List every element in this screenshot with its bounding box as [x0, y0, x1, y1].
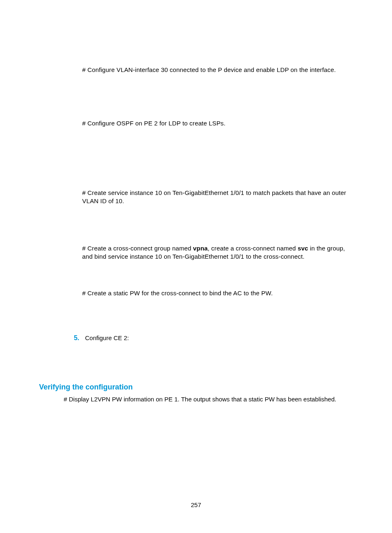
bold-svc: svc [297, 245, 308, 252]
step-body: Configure CE 2: [85, 334, 129, 341]
para-create-service-instance: # Create service instance 10 on Ten-Giga… [82, 189, 353, 206]
spacer [39, 74, 353, 119]
step-5-row: 5. Configure CE 2: [39, 334, 353, 342]
spacer [39, 205, 353, 244]
para-configure-ospf: # Configure OSPF on PE 2 for LDP to crea… [82, 119, 353, 127]
bold-vpna: vpna [193, 245, 208, 252]
heading-verifying: Verifying the configuration [39, 383, 353, 392]
para-display-l2vpn: # Display L2VPN PW information on PE 1. … [64, 396, 353, 403]
text-run: , create a cross-connect named [208, 245, 297, 252]
text-run: # Create a cross-connect group named [82, 245, 193, 252]
page-content: # Configure VLAN-interface 30 connected … [0, 0, 392, 403]
para-create-static-pw: # Create a static PW for the cross-conne… [82, 289, 353, 297]
spacer [39, 261, 353, 289]
para-configure-vlan: # Configure VLAN-interface 30 connected … [82, 66, 353, 74]
spacer [39, 128, 353, 189]
spacer [39, 297, 353, 318]
step-number: 5. [63, 334, 79, 342]
para-create-xconnect-group: # Create a cross-connect group named vpn… [82, 244, 353, 261]
page-number: 257 [0, 501, 392, 508]
